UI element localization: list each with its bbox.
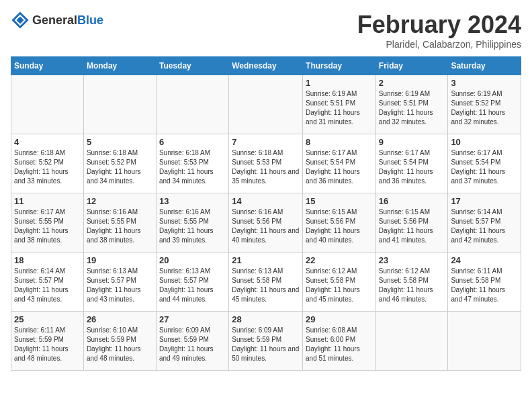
calendar-cell: 12Sunrise: 6:16 AM Sunset: 5:55 PM Dayli…	[83, 193, 156, 253]
calendar-cell: 23Sunrise: 6:12 AM Sunset: 5:58 PM Dayli…	[375, 253, 448, 312]
day-info: Sunrise: 6:17 AM Sunset: 5:54 PM Dayligh…	[451, 148, 518, 186]
day-number: 15	[306, 196, 373, 206]
calendar-cell	[83, 75, 156, 134]
calendar-cell: 26Sunrise: 6:10 AM Sunset: 5:59 PM Dayli…	[83, 312, 156, 371]
day-info: Sunrise: 6:19 AM Sunset: 5:52 PM Dayligh…	[451, 89, 518, 127]
day-number: 8	[306, 137, 373, 147]
calendar-cell: 28Sunrise: 6:09 AM Sunset: 5:59 PM Dayli…	[229, 312, 303, 371]
day-info: Sunrise: 6:12 AM Sunset: 5:58 PM Dayligh…	[379, 267, 445, 304]
day-info: Sunrise: 6:18 AM Sunset: 5:53 PM Dayligh…	[232, 148, 300, 186]
day-number: 26	[87, 314, 153, 324]
day-number: 12	[87, 196, 153, 206]
day-number: 13	[159, 196, 226, 206]
calendar-table: SundayMondayTuesdayWednesdayThursdayFrid…	[11, 56, 521, 371]
calendar-week-row: 25Sunrise: 6:11 AM Sunset: 5:59 PM Dayli…	[11, 312, 521, 371]
calendar-weekday-header: Sunday	[11, 57, 84, 75]
page-header: General Blue February 2024 Plaridel, Cal…	[11, 11, 521, 50]
day-number: 21	[232, 255, 300, 265]
day-info: Sunrise: 6:12 AM Sunset: 5:58 PM Dayligh…	[306, 267, 373, 304]
day-info: Sunrise: 6:14 AM Sunset: 5:57 PM Dayligh…	[451, 208, 518, 245]
day-info: Sunrise: 6:14 AM Sunset: 5:57 PM Dayligh…	[14, 267, 81, 304]
calendar-cell: 21Sunrise: 6:13 AM Sunset: 5:58 PM Dayli…	[229, 253, 303, 312]
day-info: Sunrise: 6:16 AM Sunset: 5:55 PM Dayligh…	[159, 208, 226, 245]
calendar-cell: 3Sunrise: 6:19 AM Sunset: 5:52 PM Daylig…	[448, 75, 521, 134]
calendar-cell: 15Sunrise: 6:15 AM Sunset: 5:56 PM Dayli…	[303, 193, 376, 253]
day-number: 23	[379, 255, 445, 265]
logo: General Blue	[11, 11, 103, 30]
calendar-cell: 25Sunrise: 6:11 AM Sunset: 5:59 PM Dayli…	[11, 312, 84, 371]
day-info: Sunrise: 6:15 AM Sunset: 5:56 PM Dayligh…	[379, 208, 445, 245]
calendar-cell	[229, 75, 303, 134]
calendar-weekday-header: Monday	[83, 57, 156, 75]
day-number: 17	[451, 196, 518, 206]
day-number: 22	[306, 255, 373, 265]
calendar-cell: 29Sunrise: 6:08 AM Sunset: 6:00 PM Dayli…	[303, 312, 376, 371]
day-number: 25	[14, 314, 81, 324]
day-number: 27	[159, 314, 226, 324]
day-info: Sunrise: 6:15 AM Sunset: 5:56 PM Dayligh…	[306, 208, 373, 245]
day-info: Sunrise: 6:17 AM Sunset: 5:55 PM Dayligh…	[14, 208, 81, 245]
logo-icon	[11, 11, 30, 30]
day-number: 6	[159, 137, 226, 147]
day-info: Sunrise: 6:19 AM Sunset: 5:51 PM Dayligh…	[306, 89, 373, 127]
day-number: 9	[379, 137, 445, 147]
day-number: 10	[451, 137, 518, 147]
day-number: 14	[232, 196, 300, 206]
calendar-cell: 18Sunrise: 6:14 AM Sunset: 5:57 PM Dayli…	[11, 253, 84, 312]
calendar-weekday-header: Wednesday	[229, 57, 303, 75]
calendar-cell: 1Sunrise: 6:19 AM Sunset: 5:51 PM Daylig…	[303, 75, 376, 134]
day-number: 20	[159, 255, 226, 265]
day-info: Sunrise: 6:18 AM Sunset: 5:52 PM Dayligh…	[14, 148, 81, 186]
calendar-cell	[156, 75, 228, 134]
calendar-cell: 2Sunrise: 6:19 AM Sunset: 5:51 PM Daylig…	[375, 75, 448, 134]
day-info: Sunrise: 6:11 AM Sunset: 5:58 PM Dayligh…	[451, 267, 518, 304]
calendar-cell: 9Sunrise: 6:17 AM Sunset: 5:54 PM Daylig…	[375, 134, 448, 193]
day-info: Sunrise: 6:16 AM Sunset: 5:55 PM Dayligh…	[87, 208, 153, 245]
logo-text: General Blue	[32, 13, 103, 28]
day-number: 11	[14, 196, 81, 206]
day-number: 19	[87, 255, 153, 265]
calendar-cell: 24Sunrise: 6:11 AM Sunset: 5:58 PM Dayli…	[448, 253, 521, 312]
day-info: Sunrise: 6:16 AM Sunset: 5:56 PM Dayligh…	[232, 208, 300, 245]
day-info: Sunrise: 6:17 AM Sunset: 5:54 PM Dayligh…	[379, 148, 445, 186]
calendar-cell: 22Sunrise: 6:12 AM Sunset: 5:58 PM Dayli…	[303, 253, 376, 312]
day-info: Sunrise: 6:13 AM Sunset: 5:57 PM Dayligh…	[87, 267, 153, 304]
calendar-cell: 20Sunrise: 6:13 AM Sunset: 5:57 PM Dayli…	[156, 253, 228, 312]
day-info: Sunrise: 6:13 AM Sunset: 5:58 PM Dayligh…	[232, 267, 300, 304]
day-info: Sunrise: 6:18 AM Sunset: 5:53 PM Dayligh…	[159, 148, 226, 186]
day-number: 2	[379, 78, 445, 88]
day-number: 5	[87, 137, 153, 147]
calendar-cell: 19Sunrise: 6:13 AM Sunset: 5:57 PM Dayli…	[83, 253, 156, 312]
day-info: Sunrise: 6:17 AM Sunset: 5:54 PM Dayligh…	[306, 148, 373, 186]
day-number: 29	[306, 314, 373, 324]
calendar-cell: 11Sunrise: 6:17 AM Sunset: 5:55 PM Dayli…	[11, 193, 84, 253]
calendar-cell	[375, 312, 448, 371]
day-info: Sunrise: 6:19 AM Sunset: 5:51 PM Dayligh…	[379, 89, 445, 127]
day-number: 3	[451, 78, 518, 88]
calendar-weekday-header: Friday	[375, 57, 448, 75]
calendar-cell: 6Sunrise: 6:18 AM Sunset: 5:53 PM Daylig…	[156, 134, 228, 193]
day-number: 18	[14, 255, 81, 265]
day-number: 1	[306, 78, 373, 88]
day-info: Sunrise: 6:13 AM Sunset: 5:57 PM Dayligh…	[159, 267, 226, 304]
calendar-cell: 4Sunrise: 6:18 AM Sunset: 5:52 PM Daylig…	[11, 134, 84, 193]
calendar-week-row: 4Sunrise: 6:18 AM Sunset: 5:52 PM Daylig…	[11, 134, 521, 193]
calendar-weekday-header: Saturday	[448, 57, 521, 75]
day-info: Sunrise: 6:18 AM Sunset: 5:52 PM Dayligh…	[87, 148, 153, 186]
calendar-cell: 16Sunrise: 6:15 AM Sunset: 5:56 PM Dayli…	[375, 193, 448, 253]
day-info: Sunrise: 6:09 AM Sunset: 5:59 PM Dayligh…	[232, 326, 300, 363]
calendar-weekday-header: Tuesday	[156, 57, 228, 75]
calendar-week-row: 11Sunrise: 6:17 AM Sunset: 5:55 PM Dayli…	[11, 193, 521, 253]
calendar-cell	[448, 312, 521, 371]
calendar-weekday-header: Thursday	[303, 57, 376, 75]
calendar-cell: 13Sunrise: 6:16 AM Sunset: 5:55 PM Dayli…	[156, 193, 228, 253]
calendar-cell: 8Sunrise: 6:17 AM Sunset: 5:54 PM Daylig…	[303, 134, 376, 193]
day-info: Sunrise: 6:10 AM Sunset: 5:59 PM Dayligh…	[87, 326, 153, 363]
day-info: Sunrise: 6:08 AM Sunset: 6:00 PM Dayligh…	[306, 326, 373, 363]
calendar-cell: 10Sunrise: 6:17 AM Sunset: 5:54 PM Dayli…	[448, 134, 521, 193]
calendar-cell: 14Sunrise: 6:16 AM Sunset: 5:56 PM Dayli…	[229, 193, 303, 253]
calendar-cell: 5Sunrise: 6:18 AM Sunset: 5:52 PM Daylig…	[83, 134, 156, 193]
calendar-cell	[11, 75, 84, 134]
calendar-cell: 7Sunrise: 6:18 AM Sunset: 5:53 PM Daylig…	[229, 134, 303, 193]
day-number: 7	[232, 137, 300, 147]
